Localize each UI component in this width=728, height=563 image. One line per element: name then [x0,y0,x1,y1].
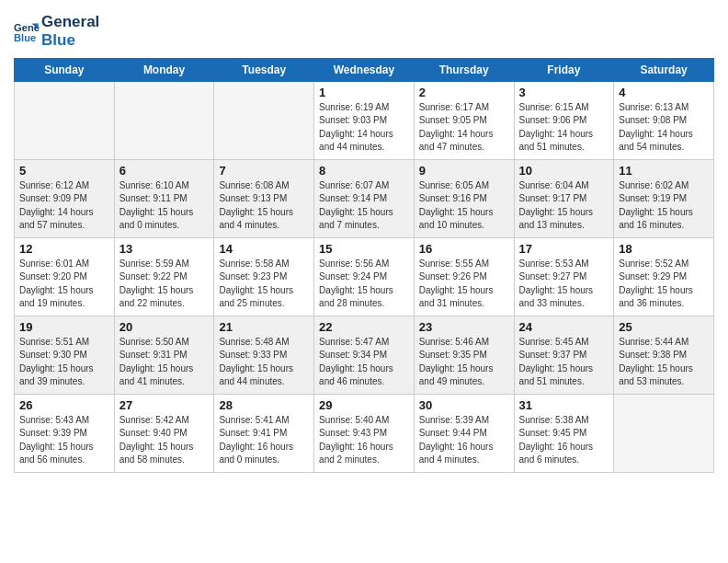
logo-blue: Blue [41,31,99,50]
calendar-cell: 23Sunrise: 5:46 AMSunset: 9:35 PMDayligh… [414,316,514,394]
week-row-1: 1Sunrise: 6:19 AMSunset: 9:03 PMDaylight… [15,81,714,159]
calendar-cell: 1Sunrise: 6:19 AMSunset: 9:03 PMDaylight… [314,81,415,159]
cell-info: Sunrise: 5:39 AMSunset: 9:44 PMDaylight:… [419,414,509,467]
day-number: 14 [219,242,309,256]
calendar-cell: 14Sunrise: 5:58 AMSunset: 9:23 PMDayligh… [214,237,314,316]
calendar-cell: 30Sunrise: 5:39 AMSunset: 9:44 PMDayligh… [414,394,514,472]
cell-info: Sunrise: 5:41 AMSunset: 9:41 PMDaylight:… [219,414,309,467]
calendar-cell: 28Sunrise: 5:41 AMSunset: 9:41 PMDayligh… [214,394,314,472]
calendar-cell [15,81,115,159]
cell-info: Sunrise: 5:46 AMSunset: 9:35 PMDaylight:… [419,336,509,389]
cell-info: Sunrise: 5:43 AMSunset: 9:39 PMDaylight:… [19,414,109,467]
cell-info: Sunrise: 6:07 AMSunset: 9:14 PMDaylight:… [319,179,409,233]
week-row-2: 5Sunrise: 6:12 AMSunset: 9:09 PMDaylight… [15,159,714,237]
day-number: 10 [519,164,609,178]
calendar-cell: 31Sunrise: 5:38 AMSunset: 9:45 PMDayligh… [514,394,614,472]
logo: General Blue General Blue [14,13,99,51]
day-header-monday: Monday [114,58,214,81]
svg-text:Blue: Blue [14,33,36,44]
calendar-cell: 26Sunrise: 5:43 AMSunset: 9:39 PMDayligh… [15,394,115,472]
day-number: 23 [419,320,509,334]
cell-info: Sunrise: 5:52 AMSunset: 9:29 PMDaylight:… [619,258,709,311]
day-number: 16 [419,242,509,256]
day-number: 26 [19,398,109,412]
day-number: 12 [19,242,109,256]
calendar-cell: 13Sunrise: 5:59 AMSunset: 9:22 PMDayligh… [114,237,214,316]
day-number: 13 [119,242,210,256]
cell-info: Sunrise: 6:13 AMSunset: 9:08 PMDaylight:… [619,101,709,155]
calendar-cell: 7Sunrise: 6:08 AMSunset: 9:13 PMDaylight… [214,159,314,237]
day-number: 18 [619,242,709,256]
calendar-cell: 19Sunrise: 5:51 AMSunset: 9:30 PMDayligh… [15,316,115,394]
cell-info: Sunrise: 5:47 AMSunset: 9:34 PMDaylight:… [319,336,409,389]
day-number: 2 [419,86,509,99]
day-number: 9 [419,164,509,178]
cell-info: Sunrise: 6:08 AMSunset: 9:13 PMDaylight:… [219,179,309,233]
calendar-cell: 12Sunrise: 6:01 AMSunset: 9:20 PMDayligh… [15,237,115,316]
calendar-cell [114,81,214,159]
calendar-cell: 27Sunrise: 5:42 AMSunset: 9:40 PMDayligh… [114,394,214,472]
header-row: SundayMondayTuesdayWednesdayThursdayFrid… [15,58,714,81]
day-header-thursday: Thursday [414,58,514,81]
page-header: General Blue General Blue [14,9,714,51]
day-number: 24 [519,320,609,334]
cell-info: Sunrise: 6:10 AMSunset: 9:11 PMDaylight:… [119,179,210,233]
day-number: 17 [519,242,609,256]
day-number: 22 [319,320,409,334]
day-header-saturday: Saturday [614,58,714,81]
calendar-cell: 6Sunrise: 6:10 AMSunset: 9:11 PMDaylight… [114,159,214,237]
cell-info: Sunrise: 6:04 AMSunset: 9:17 PMDaylight:… [519,179,609,233]
day-number: 3 [519,86,609,99]
day-number: 20 [119,320,210,334]
calendar-cell: 2Sunrise: 6:17 AMSunset: 9:05 PMDaylight… [414,81,514,159]
day-number: 5 [19,164,109,178]
day-number: 29 [319,398,409,412]
day-number: 15 [319,242,409,256]
cell-info: Sunrise: 5:53 AMSunset: 9:27 PMDaylight:… [519,258,609,311]
cell-info: Sunrise: 5:42 AMSunset: 9:40 PMDaylight:… [119,414,210,467]
cell-info: Sunrise: 5:56 AMSunset: 9:24 PMDaylight:… [319,258,409,311]
day-number: 28 [219,398,309,412]
cell-info: Sunrise: 5:40 AMSunset: 9:43 PMDaylight:… [319,414,409,467]
week-row-3: 12Sunrise: 6:01 AMSunset: 9:20 PMDayligh… [15,237,714,316]
day-number: 11 [619,164,709,178]
cell-info: Sunrise: 5:48 AMSunset: 9:33 PMDaylight:… [219,336,309,389]
day-number: 6 [119,164,210,178]
logo-icon: General Blue [14,18,40,44]
day-number: 4 [619,86,709,99]
calendar-cell: 18Sunrise: 5:52 AMSunset: 9:29 PMDayligh… [614,237,714,316]
cell-info: Sunrise: 5:59 AMSunset: 9:22 PMDaylight:… [119,258,210,311]
cell-info: Sunrise: 6:15 AMSunset: 9:06 PMDaylight:… [519,101,609,155]
day-header-sunday: Sunday [15,58,115,81]
cell-info: Sunrise: 6:19 AMSunset: 9:03 PMDaylight:… [319,101,409,155]
cell-info: Sunrise: 6:17 AMSunset: 9:05 PMDaylight:… [419,101,509,155]
calendar-cell: 29Sunrise: 5:40 AMSunset: 9:43 PMDayligh… [314,394,415,472]
day-number: 19 [19,320,109,334]
week-row-4: 19Sunrise: 5:51 AMSunset: 9:30 PMDayligh… [15,316,714,394]
cell-info: Sunrise: 5:51 AMSunset: 9:30 PMDaylight:… [19,336,109,389]
calendar-cell: 21Sunrise: 5:48 AMSunset: 9:33 PMDayligh… [214,316,314,394]
calendar-cell: 3Sunrise: 6:15 AMSunset: 9:06 PMDaylight… [514,81,614,159]
day-number: 27 [119,398,210,412]
week-row-5: 26Sunrise: 5:43 AMSunset: 9:39 PMDayligh… [15,394,714,472]
cell-info: Sunrise: 5:44 AMSunset: 9:38 PMDaylight:… [619,336,709,389]
day-number: 1 [319,86,409,99]
day-number: 8 [319,164,409,178]
calendar-cell: 20Sunrise: 5:50 AMSunset: 9:31 PMDayligh… [114,316,214,394]
calendar-cell: 22Sunrise: 5:47 AMSunset: 9:34 PMDayligh… [314,316,415,394]
day-number: 31 [519,398,609,412]
calendar-cell [614,394,714,472]
day-number: 21 [219,320,309,334]
calendar-cell: 5Sunrise: 6:12 AMSunset: 9:09 PMDaylight… [15,159,115,237]
calendar-cell [214,81,314,159]
day-number: 25 [619,320,709,334]
calendar-cell: 25Sunrise: 5:44 AMSunset: 9:38 PMDayligh… [614,316,714,394]
calendar-cell: 10Sunrise: 6:04 AMSunset: 9:17 PMDayligh… [514,159,614,237]
cell-info: Sunrise: 6:02 AMSunset: 9:19 PMDaylight:… [619,179,709,233]
day-number: 30 [419,398,509,412]
calendar-cell: 17Sunrise: 5:53 AMSunset: 9:27 PMDayligh… [514,237,614,316]
cell-info: Sunrise: 5:45 AMSunset: 9:37 PMDaylight:… [519,336,609,389]
calendar-cell: 9Sunrise: 6:05 AMSunset: 9:16 PMDaylight… [414,159,514,237]
day-header-wednesday: Wednesday [314,58,415,81]
calendar-cell: 15Sunrise: 5:56 AMSunset: 9:24 PMDayligh… [314,237,415,316]
